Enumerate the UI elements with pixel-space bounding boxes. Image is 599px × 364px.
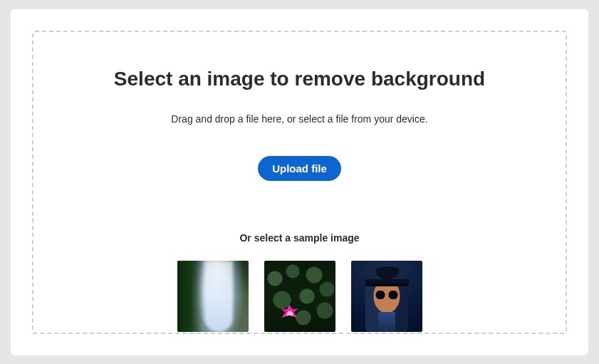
upload-file-button[interactable]: Upload file — [258, 156, 341, 181]
page-subtitle: Drag and drop a file here, or select a f… — [171, 113, 427, 125]
upload-card: Select an image to remove background Dra… — [11, 9, 588, 355]
sample-images-row — [177, 261, 422, 332]
decorative-shirt — [378, 312, 395, 332]
page-title: Select an image to remove background — [114, 68, 485, 90]
decorative-glasses — [374, 291, 400, 299]
sample-image-lotus[interactable] — [264, 261, 335, 332]
dropzone[interactable]: Select an image to remove background Dra… — [32, 31, 567, 334]
sample-image-waterfall[interactable] — [177, 261, 249, 332]
sample-image-man[interactable] — [351, 261, 422, 332]
sample-images-label: Or select a sample image — [239, 232, 359, 244]
